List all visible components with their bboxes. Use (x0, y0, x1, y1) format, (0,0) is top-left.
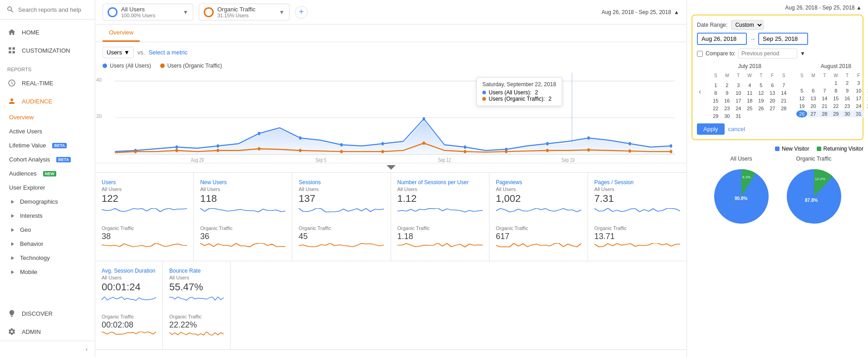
pie-legend-new: New Visitor (775, 146, 809, 152)
segment2-pill[interactable]: Organic Traffic 31.15% Users ▼ (199, 4, 289, 20)
sidebar-item-admin[interactable]: ADMIN (0, 323, 95, 341)
chart-collapse-button[interactable] (95, 163, 687, 173)
bottom-metric-title-1[interactable]: Bounce Rate (169, 268, 224, 274)
metric-title-1[interactable]: New Users (200, 179, 285, 186)
svg-point-23 (382, 150, 384, 153)
sidebar-item-overview[interactable]: Overview (0, 110, 95, 124)
svg-point-5 (216, 144, 219, 147)
metric-dropdown-chevron: ▼ (124, 49, 130, 56)
metric-all-value-0: 122 (102, 193, 187, 205)
sidebar-item-lifetime-value[interactable]: Lifetime Value BETA (0, 138, 95, 152)
cancel-button[interactable]: cancel (728, 123, 745, 135)
date-range-type-select[interactable]: Custom (731, 20, 764, 30)
select-metric-link[interactable]: Select a metric (148, 49, 187, 56)
metric-all-label-1: All Users (200, 186, 285, 192)
sidebar-item-discover[interactable]: DISCOVER (0, 304, 95, 323)
svg-point-26 (505, 150, 507, 153)
metric-sparkline-orange-2 (299, 243, 384, 254)
sidebar-item-home[interactable]: HOME (0, 23, 95, 41)
calendar-july: July 2018 SMTWTFS 1234567 891011121314 1… (710, 63, 789, 120)
cal-nav-prev[interactable]: ‹ (697, 63, 703, 120)
person-icon (7, 97, 16, 106)
bottom-metric-org-label-0: Organic Traffic (102, 314, 156, 319)
metric-card-3: Number of Sessions per User All Users 1.… (391, 173, 490, 261)
metric-all-label-4: All Users (496, 186, 581, 192)
search-bar[interactable]: Search reports and help (0, 0, 95, 20)
sidebar-item-geo[interactable]: Geo (0, 223, 95, 237)
bottom-metric-all-label-1: All Users (169, 275, 224, 280)
date-range-display[interactable]: Aug 26, 2018 - Sep 25, 2018 ▲ (602, 9, 679, 15)
metric-org-label-2: Organic Traffic (299, 225, 384, 231)
pie-legend: New Visitor Returning Visitor (691, 146, 863, 152)
svg-point-22 (340, 150, 343, 153)
svg-point-8 (340, 143, 343, 146)
date-inputs: → (697, 33, 858, 45)
sidebar-item-mobile[interactable]: Mobile (0, 265, 95, 279)
metric-org-value-1: 36 (200, 232, 285, 241)
gear-icon (7, 327, 16, 336)
new-badge-audiences: NEW (43, 171, 56, 176)
sidebar-item-user-explorer[interactable]: User Explorer (0, 181, 95, 195)
metric-sparkline-blue-5 (594, 208, 680, 222)
sidebar: Search reports and help HOME CUSTOMIZATI… (0, 0, 95, 357)
sidebar-item-realtime[interactable]: REAL-TIME (0, 74, 95, 92)
tab-overview[interactable]: Overview (103, 24, 140, 42)
sidebar-item-customization[interactable]: CUSTOMIZATION (0, 41, 95, 59)
end-date-input[interactable] (758, 33, 808, 45)
calendar-august-grid: SMTWTFS 1234 567891011 12131415161718 19… (796, 72, 868, 117)
metric-title-5[interactable]: Pages / Session (594, 179, 680, 186)
svg-text:90.8%: 90.8% (735, 196, 747, 201)
metric-sparkline-orange-1 (200, 243, 285, 254)
segment1-chevron-icon: ▼ (183, 9, 188, 15)
pie-dot-green (817, 147, 821, 151)
bottom-metric-title-0[interactable]: Avg. Session Duration (102, 268, 156, 274)
apply-button[interactable]: Apply (697, 123, 725, 135)
svg-point-17 (134, 150, 137, 153)
add-segment-button[interactable]: + (295, 6, 308, 19)
bottom-sparkline-orange-0 (102, 332, 156, 343)
metric-title-4[interactable]: Pageviews (496, 179, 581, 186)
segment1-info: All Users 100.00% Users (121, 6, 179, 18)
svg-point-24 (422, 142, 425, 145)
compare-input[interactable] (738, 49, 797, 59)
july-month-label: July 2018 (738, 63, 761, 69)
metric-all-value-3: 1.12 (397, 193, 483, 205)
legend-dot-orange (160, 64, 165, 68)
content-area: Overview Users ▼ vs. Select a metric Use… (95, 24, 687, 357)
metric-title-2[interactable]: Sessions (299, 179, 384, 186)
sidebar-item-demographics[interactable]: Demographics (0, 195, 95, 209)
svg-point-21 (299, 149, 301, 152)
sidebar-collapse-button[interactable]: ‹ (0, 341, 95, 357)
bottom-sparkline-blue-1 (169, 297, 224, 310)
clock-icon (7, 78, 16, 88)
compare-checkbox[interactable] (697, 51, 703, 57)
metric-all-label-0: All Users (102, 186, 187, 192)
metric-title-3[interactable]: Number of Sessions per User (397, 179, 483, 186)
metric-org-label-5: Organic Traffic (594, 225, 680, 231)
metric-title-0[interactable]: Users (102, 179, 187, 186)
segment1-pill[interactable]: All Users 100.00% Users ▼ (103, 4, 193, 20)
pie-all-users-label: All Users (730, 156, 752, 162)
bottom-metric-card-0: Avg. Session Duration All Users 00:01:24… (95, 261, 163, 349)
segment1-sub: 100.00% Users (121, 13, 179, 18)
metric-org-value-2: 45 (299, 232, 384, 241)
sidebar-item-audiences[interactable]: Audiences NEW (0, 166, 95, 181)
compare-row: Compare to: ▼ (697, 49, 858, 59)
sidebar-item-active-users[interactable]: Active Users (0, 124, 95, 138)
metric-dropdown[interactable]: Users ▼ (103, 47, 134, 58)
svg-point-6 (258, 132, 260, 135)
bottom-metric-card-1: Bounce Rate All Users 55.47% Organic Tra… (163, 261, 230, 349)
nav-section-main: HOME CUSTOMIZATION (0, 20, 95, 63)
sidebar-item-interests[interactable]: Interests (0, 209, 95, 223)
sidebar-item-cohort-analysis[interactable]: Cohort Analysis BETA (0, 152, 95, 166)
tooltip-vertical-line (572, 73, 572, 143)
bottom-metric-org-label-1: Organic Traffic (169, 314, 224, 319)
svg-point-18 (176, 149, 178, 152)
sidebar-item-audience[interactable]: AUDIENCE (0, 92, 95, 110)
start-date-input[interactable] (697, 33, 747, 45)
sidebar-item-technology[interactable]: Technology (0, 251, 95, 265)
bottom-metric-org-value-0: 00:02:08 (102, 320, 156, 330)
grid-icon (7, 46, 16, 55)
segment1-icon (108, 7, 118, 17)
sidebar-item-behavior[interactable]: Behavior (0, 237, 95, 251)
